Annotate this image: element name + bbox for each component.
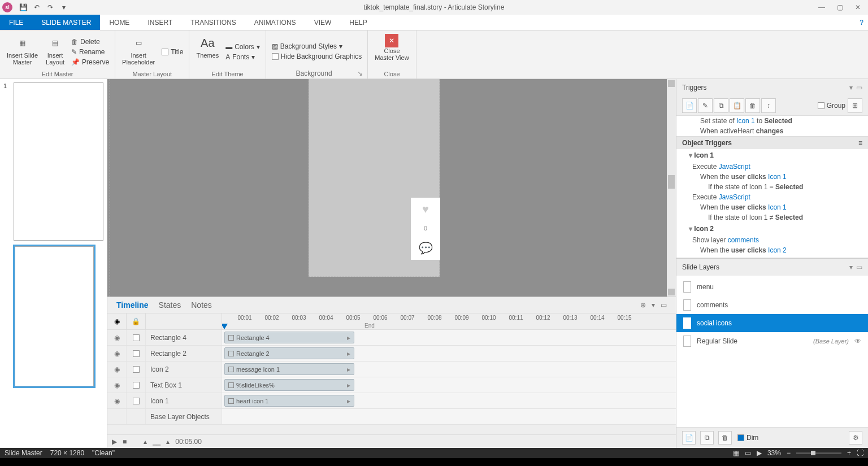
view-grid-icon[interactable]: ▦ bbox=[733, 449, 739, 457]
social-icons-object[interactable]: ♥ 0 💬 bbox=[411, 198, 440, 260]
likes-text[interactable]: 0 bbox=[424, 225, 427, 232]
object-name[interactable]: Rectangle 2 bbox=[146, 346, 222, 361]
playhead[interactable] bbox=[222, 324, 228, 329]
qat-dropdown-icon[interactable]: ▾ bbox=[58, 1, 70, 14]
hide-bg-checkbox[interactable]: Hide Background Graphics bbox=[271, 52, 363, 61]
paste-trigger-button[interactable]: 📋 bbox=[730, 98, 744, 113]
timeline-clip[interactable]: %slideLikes%▸ bbox=[224, 379, 354, 391]
layer-row-menu[interactable]: menu bbox=[676, 278, 868, 296]
lock-toggle[interactable] bbox=[127, 330, 146, 345]
trigger-line[interactable]: When the user clicks Icon 2 bbox=[676, 245, 868, 255]
undock-icon[interactable]: ▭ bbox=[856, 84, 862, 92]
zoom-percent[interactable]: 33% bbox=[767, 449, 781, 457]
timeline-row[interactable]: ◉ Rectangle 2 Rectangle 2▸ bbox=[107, 346, 676, 362]
object-name[interactable]: Text Box 1 bbox=[146, 377, 222, 393]
play-button[interactable]: ▶ bbox=[112, 438, 117, 446]
variables-button[interactable]: ⊞ bbox=[848, 98, 862, 113]
help-icon[interactable]: ? bbox=[860, 15, 868, 30]
fit-to-window-button[interactable]: ⛶ bbox=[857, 449, 863, 457]
layout-thumbnail[interactable] bbox=[15, 246, 94, 386]
tab-view[interactable]: VIEW bbox=[305, 15, 341, 30]
heart-icon[interactable]: ♥ bbox=[422, 203, 429, 216]
trigger-line[interactable]: Execute JavaScript bbox=[676, 162, 868, 172]
tab-states[interactable]: States bbox=[159, 300, 181, 310]
trigger-object-icon1[interactable]: Icon 1 bbox=[676, 149, 868, 162]
reorder-trigger-button[interactable]: ↕ bbox=[761, 98, 776, 113]
timeline-row[interactable]: ◉ Text Box 1 %slideLikes%▸ bbox=[107, 377, 676, 393]
tab-insert[interactable]: INSERT bbox=[138, 15, 181, 30]
duplicate-layer-button[interactable]: ⧉ bbox=[700, 431, 714, 445]
timeline-clip[interactable]: heart icon 1▸ bbox=[224, 395, 354, 407]
lock-toggle[interactable] bbox=[127, 393, 146, 408]
lock-toggle[interactable] bbox=[127, 377, 146, 393]
preserve-button[interactable]: 📌Preserve bbox=[70, 58, 110, 67]
undo-icon[interactable]: ↶ bbox=[31, 1, 43, 14]
insert-placeholder-button[interactable]: ▭ Insert Placeholder bbox=[120, 33, 157, 71]
trigger-line[interactable]: Set state of Icon 1 to Selected bbox=[676, 116, 868, 126]
trigger-line[interactable]: Execute JavaScript bbox=[676, 192, 868, 202]
canvas[interactable]: ♥ 0 💬 bbox=[107, 79, 676, 297]
tab-notes[interactable]: Notes bbox=[191, 300, 212, 310]
timeline-row[interactable]: ◉ Icon 1 heart icon 1▸ bbox=[107, 393, 676, 409]
redo-icon[interactable]: ↷ bbox=[44, 1, 57, 14]
eye-toggle[interactable]: ◉ bbox=[107, 346, 127, 361]
new-trigger-button[interactable]: 📄 bbox=[682, 98, 697, 113]
layer-row-base[interactable]: Regular Slide(Base Layer)👁 bbox=[676, 332, 868, 350]
timeline-row[interactable]: ◉ Icon 2 message icon 1▸ bbox=[107, 362, 676, 377]
object-name[interactable]: Icon 2 bbox=[146, 362, 222, 377]
new-layer-button[interactable]: 📄 bbox=[682, 431, 696, 445]
timeline-clip[interactable]: Rectangle 4▸ bbox=[224, 332, 354, 343]
view-preview-icon[interactable]: ▶ bbox=[757, 449, 762, 457]
lock-toggle[interactable] bbox=[127, 346, 146, 361]
delete-trigger-button[interactable]: 🗑 bbox=[745, 98, 760, 113]
zoom-slider[interactable]: ⎯⎯ bbox=[153, 438, 160, 446]
close-master-view-button[interactable]: ✕ Close Master View bbox=[372, 33, 411, 71]
canvas-scrollbar[interactable] bbox=[667, 79, 676, 297]
timeline-ruler[interactable]: 00:0100:0200:0300:0400:0500:0600:0700:08… bbox=[222, 313, 676, 329]
view-single-icon[interactable]: ▭ bbox=[745, 449, 751, 457]
rename-button[interactable]: ✎Rename bbox=[70, 47, 110, 56]
zoom-out-button[interactable]: − bbox=[787, 449, 791, 457]
eye-column-header[interactable]: ◉ bbox=[107, 313, 127, 329]
dim-checkbox[interactable]: Dim bbox=[736, 433, 760, 442]
insert-slide-master-button[interactable]: ▦ Insert Slide Master bbox=[5, 33, 40, 71]
maximize-button[interactable]: ▢ bbox=[832, 1, 848, 14]
timeline-add-icon[interactable]: ⊕ bbox=[640, 301, 646, 309]
fonts-button[interactable]: AFonts ▾ bbox=[224, 53, 261, 62]
collapse-icon[interactable]: ▾ bbox=[849, 263, 853, 271]
tab-transitions[interactable]: TRANSITIONS bbox=[181, 15, 245, 30]
background-styles-button[interactable]: ▨Background Styles ▾ bbox=[271, 42, 363, 51]
delete-button[interactable]: 🗑Delete bbox=[70, 37, 110, 46]
timeline-collapse-icon[interactable]: ▭ bbox=[661, 301, 667, 309]
menu-icon[interactable]: ≡ bbox=[858, 139, 862, 147]
zoom-slider[interactable] bbox=[796, 452, 841, 454]
close-window-button[interactable]: ✕ bbox=[850, 1, 866, 14]
save-icon[interactable]: 💾 bbox=[17, 1, 29, 14]
colors-button[interactable]: ▬Colors ▾ bbox=[224, 42, 261, 51]
eye-toggle[interactable]: ◉ bbox=[107, 393, 127, 408]
zoom-in-icon[interactable]: ▴ bbox=[166, 438, 170, 446]
trigger-line[interactable]: When the user clicks Icon 1 bbox=[676, 172, 868, 182]
zoom-in-button[interactable]: + bbox=[847, 449, 851, 457]
trigger-line[interactable]: When the user clicks Icon 1 bbox=[676, 202, 868, 212]
master-thumbnail[interactable] bbox=[14, 82, 103, 241]
eye-toggle[interactable]: ◉ bbox=[107, 362, 127, 377]
eye-icon[interactable]: 👁 bbox=[854, 337, 861, 345]
stop-button[interactable]: ■ bbox=[123, 438, 127, 446]
undock-icon[interactable]: ▭ bbox=[856, 263, 862, 271]
message-icon[interactable]: 💬 bbox=[419, 241, 433, 255]
object-name[interactable]: Rectangle 4 bbox=[146, 330, 222, 345]
title-checkbox[interactable]: Title bbox=[160, 47, 184, 56]
tab-home[interactable]: HOME bbox=[100, 15, 138, 30]
edit-trigger-button[interactable]: ✎ bbox=[698, 98, 713, 113]
object-triggers-header[interactable]: Object Triggers≡ bbox=[676, 136, 868, 149]
timeline-dropdown-icon[interactable]: ▾ bbox=[652, 301, 655, 309]
delete-layer-button[interactable]: 🗑 bbox=[718, 431, 732, 445]
timeline-row[interactable]: ◉ Rectangle 4 Rectangle 4▸ bbox=[107, 330, 676, 346]
layer-settings-button[interactable]: ⚙ bbox=[849, 431, 862, 445]
zoom-out-icon[interactable]: ▴ bbox=[144, 438, 147, 446]
group-checkbox[interactable]: Group bbox=[817, 101, 847, 110]
tab-file[interactable]: FILE bbox=[0, 15, 32, 30]
lock-toggle[interactable] bbox=[127, 362, 146, 377]
object-name[interactable]: Icon 1 bbox=[146, 393, 222, 408]
